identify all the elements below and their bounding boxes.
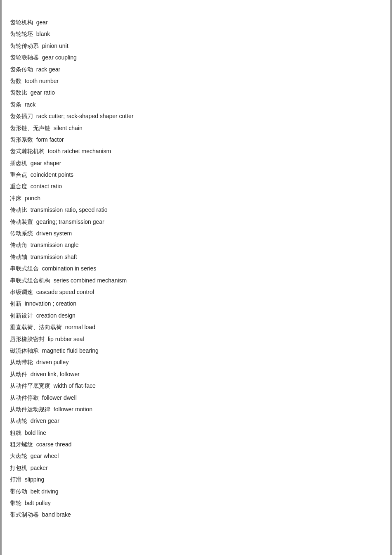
- term-english: transmission ratio, speed ratio: [31, 206, 108, 213]
- list-item: 从动带轮 driven pulley: [10, 356, 382, 368]
- term-english: coincident points: [31, 171, 73, 178]
- term-english: belt driving: [31, 488, 59, 495]
- term-english: rack: [25, 101, 35, 108]
- term-list: 齿轮机构 gear齿轮轮坯 blank齿轮传动系 pinion unit齿轮联轴…: [10, 17, 382, 521]
- list-item: 大齿轮 gear wheel: [10, 450, 382, 462]
- term-chinese: 齿轮机构: [10, 19, 36, 26]
- term-english: lip rubber seal: [48, 336, 84, 342]
- term-chinese: 齿式棘轮机构: [10, 148, 48, 154]
- list-item: 齿形系数 form factor: [10, 134, 382, 145]
- term-english: magnetic fluid bearing: [42, 347, 99, 354]
- term-english: driven gear: [31, 417, 59, 424]
- term-chinese: 磁流体轴承: [10, 347, 42, 354]
- term-english: gear wheel: [31, 453, 59, 459]
- list-item: 传动系统 driven system: [10, 228, 382, 239]
- list-item: 带传动 belt driving: [10, 486, 382, 497]
- term-chinese: 齿条: [10, 101, 25, 108]
- term-english: follower motion: [54, 406, 92, 413]
- term-chinese: 齿数比: [10, 89, 31, 96]
- term-english: cascade speed control: [36, 289, 94, 295]
- term-chinese: 带传动: [10, 488, 31, 495]
- term-english: coarse thread: [36, 441, 72, 448]
- list-item: 磁流体轴承 magnetic fluid bearing: [10, 345, 382, 356]
- term-chinese: 传动装置: [10, 218, 36, 225]
- term-chinese: 串级调速: [10, 289, 36, 295]
- term-english: driven system: [36, 230, 72, 237]
- list-item: 创新 innovation ; creation: [10, 298, 382, 309]
- list-item: 从动件运动规律 follower motion: [10, 403, 382, 415]
- list-item: 齿条 rack: [10, 99, 382, 110]
- list-item: 粗牙螺纹 coarse thread: [10, 439, 382, 450]
- list-item: 粗线 bold line: [10, 427, 382, 439]
- list-item: 从动件停歇 follower dwell: [10, 392, 382, 403]
- term-chinese: 传动比: [10, 206, 31, 213]
- term-english: form factor: [36, 136, 64, 143]
- list-item: 传动装置 gearing; transmission gear: [10, 216, 382, 228]
- list-item: 带轮 belt pulley: [10, 497, 382, 509]
- term-english: gear coupling: [42, 54, 77, 61]
- term-english: driven pulley: [36, 359, 69, 365]
- term-english: tooth ratchet mechanism: [48, 148, 111, 154]
- list-item: 传动比 transmission ratio, speed ratio: [10, 204, 382, 216]
- list-item: 齿轮传动系 pinion unit: [10, 40, 382, 52]
- term-english: gear: [36, 19, 48, 26]
- list-item: 齿轮轮坯 blank: [10, 28, 382, 40]
- list-item: 传动轴 transmission shaft: [10, 251, 382, 263]
- list-item: 冲床 punch: [10, 192, 382, 204]
- list-item: 齿形链、无声链 silent chain: [10, 122, 382, 134]
- list-item: 垂直载荷、法向载荷 normal load: [10, 321, 382, 333]
- term-chinese: 带式制动器: [10, 511, 42, 518]
- term-english: rack cutter; rack-shaped shaper cutter: [36, 113, 134, 119]
- list-item: 从动轮 driven gear: [10, 415, 382, 427]
- term-chinese: 齿数: [10, 78, 25, 84]
- list-item: 插齿机 gear shaper: [10, 157, 382, 169]
- list-item: 齿式棘轮机构 tooth ratchet mechanism: [10, 145, 382, 157]
- term-chinese: 齿形系数: [10, 136, 36, 143]
- term-english: transmission angle: [31, 242, 79, 248]
- right-border: [390, 0, 392, 555]
- list-item: 串级调速 cascade speed control: [10, 286, 382, 298]
- term-chinese: 传动角: [10, 242, 31, 248]
- term-chinese: 从动件: [10, 371, 31, 377]
- term-chinese: 齿轮联轴器: [10, 54, 42, 61]
- term-chinese: 打滑: [10, 476, 25, 483]
- term-english: gear ratio: [31, 89, 55, 96]
- term-chinese: 从动件平底宽度: [10, 382, 54, 389]
- content-area: 齿轮机构 gear齿轮轮坯 blank齿轮传动系 pinion unit齿轮联轴…: [2, 0, 390, 555]
- list-item: 齿数 tooth number: [10, 75, 382, 87]
- term-english: series combined mechanism: [54, 277, 127, 284]
- term-english: normal load: [65, 324, 95, 330]
- list-item: 创新设计 creation design: [10, 310, 382, 321]
- term-english: creation design: [36, 312, 76, 319]
- term-chinese: 打包机: [10, 465, 31, 471]
- term-english: bold line: [25, 429, 46, 436]
- term-english: band brake: [42, 511, 71, 518]
- term-chinese: 从动轮: [10, 417, 31, 424]
- term-english: contact ratio: [31, 183, 62, 190]
- term-chinese: 插齿机: [10, 160, 31, 166]
- term-english: pinion unit: [42, 43, 68, 49]
- term-english: innovation ; creation: [25, 300, 76, 307]
- term-english: blank: [36, 31, 50, 37]
- term-chinese: 从动件运动规律: [10, 406, 54, 413]
- term-chinese: 垂直载荷、法向载荷: [10, 324, 65, 330]
- term-english: punch: [25, 195, 40, 202]
- term-english: width of flat-face: [54, 382, 96, 389]
- term-chinese: 唇形橡胶密封: [10, 336, 48, 342]
- list-item: 从动件平底宽度 width of flat-face: [10, 380, 382, 391]
- term-english: tooth number: [25, 78, 59, 84]
- term-chinese: 大齿轮: [10, 453, 31, 459]
- term-chinese: 齿条传动: [10, 66, 36, 73]
- term-english: transmission shaft: [31, 254, 77, 260]
- term-chinese: 粗牙螺纹: [10, 441, 36, 448]
- term-english: driven link, follower: [31, 371, 80, 377]
- list-item: 串联式组合 combination in series: [10, 263, 382, 274]
- term-english: gearing; transmission gear: [36, 218, 104, 225]
- list-item: 带式制动器 band brake: [10, 509, 382, 520]
- list-item: 齿轮机构 gear: [10, 17, 382, 28]
- list-item: 重合点 coincident points: [10, 169, 382, 180]
- list-item: 传动角 transmission angle: [10, 239, 382, 251]
- term-chinese: 重合度: [10, 183, 31, 190]
- term-english: silent chain: [54, 125, 83, 131]
- list-item: 齿条插刀 rack cutter; rack-shaped shaper cut…: [10, 110, 382, 122]
